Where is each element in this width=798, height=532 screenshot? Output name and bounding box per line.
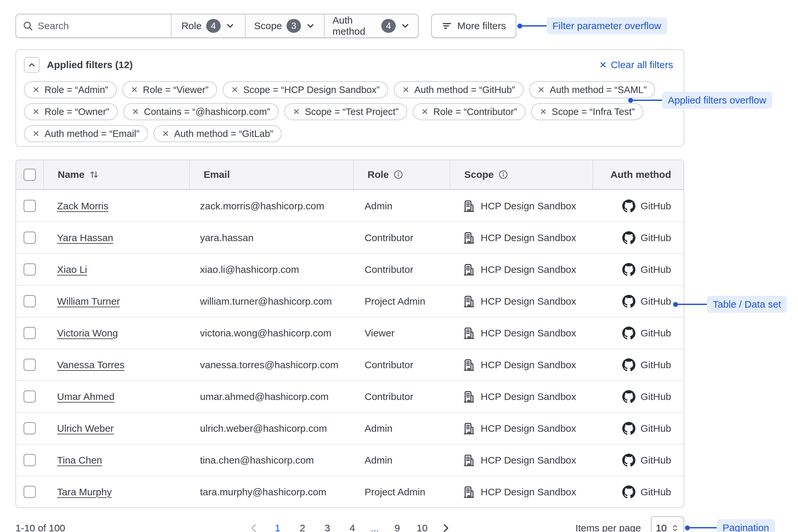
github-icon <box>622 390 635 403</box>
user-auth-method: GitHub <box>641 423 671 434</box>
row-checkbox[interactable] <box>24 454 36 466</box>
row-checkbox[interactable] <box>24 391 36 403</box>
github-icon <box>622 200 635 213</box>
user-auth-method: GitHub <box>641 359 671 370</box>
user-email: vanessa.torres@hashicorp.com <box>200 359 338 370</box>
next-page-button[interactable] <box>441 523 451 532</box>
dismiss-icon: ✕ <box>33 86 40 94</box>
filter-chip[interactable]: ✕Role = “Owner” <box>24 103 118 120</box>
filter-chip-label: Auth method = “GitLab” <box>174 128 273 139</box>
user-name-link[interactable]: William Turner <box>57 296 120 307</box>
annotation-pagination: Pagination <box>685 519 775 532</box>
filter-chip[interactable]: ✕Auth method = “Email” <box>24 125 148 142</box>
filter-chip[interactable]: ✕Role = “Viewer” <box>122 81 217 98</box>
page-button[interactable]: 1 <box>271 522 284 532</box>
items-per-page-group: Items per page 10 <box>575 516 684 532</box>
user-name-link[interactable]: Zack Morris <box>57 201 109 212</box>
user-email: zack.morris@hashicorp.com <box>200 201 324 212</box>
filter-chip[interactable]: ✕Role = “Admin” <box>24 81 117 98</box>
clear-all-filters-button[interactable]: ✕ Clear all filters <box>599 59 673 71</box>
scope-filter-dropdown[interactable]: Scope 3 <box>245 14 324 37</box>
org-building-icon <box>462 295 475 308</box>
row-checkbox[interactable] <box>24 327 36 339</box>
chevron-up-icon <box>27 60 36 70</box>
user-role: Contributor <box>365 232 413 243</box>
user-name-link[interactable]: Yara Hassan <box>57 232 113 243</box>
filter-chip[interactable]: ✕Auth method = “GitLab” <box>153 125 282 142</box>
github-icon <box>622 422 635 435</box>
annotation-line <box>633 100 662 101</box>
row-checkbox[interactable] <box>24 486 36 498</box>
user-email: yara.hassan <box>200 232 253 243</box>
role-filter-label: Role <box>181 20 202 32</box>
collapse-applied-filters-button[interactable] <box>24 57 40 73</box>
row-checkbox[interactable] <box>24 359 36 371</box>
dismiss-icon: ✕ <box>402 86 410 94</box>
column-header-label: Auth method <box>611 169 671 180</box>
column-header-label: Scope <box>464 169 494 180</box>
row-checkbox[interactable] <box>24 232 36 244</box>
more-filters-button[interactable]: More filters <box>431 14 516 38</box>
applied-filters-panel: Applied filters (12) ✕ Clear all filters… <box>15 49 684 147</box>
items-per-page-select[interactable]: 10 <box>651 516 684 532</box>
user-name-link[interactable]: Vanessa Torres <box>57 359 125 370</box>
more-filters-label: More filters <box>457 20 506 32</box>
column-header-label: Name <box>58 169 85 180</box>
page-button[interactable]: 9 <box>391 522 404 532</box>
row-checkbox[interactable] <box>24 200 36 212</box>
github-icon <box>622 454 635 467</box>
filter-chip-label: Auth method = “Email” <box>44 128 139 139</box>
filter-chip[interactable]: ✕Role = “Contributor” <box>413 103 526 120</box>
info-icon[interactable] <box>498 170 508 179</box>
column-header-name[interactable]: Name <box>43 160 189 189</box>
user-name-link[interactable]: Umar Ahmed <box>57 391 114 402</box>
annotation-table: Table / Data set <box>673 296 787 313</box>
page-button[interactable]: 2 <box>296 522 309 532</box>
annotation-dot <box>685 526 690 530</box>
auth-method-filter-dropdown[interactable]: Auth method 4 <box>324 14 418 37</box>
auth-method-filter-label: Auth method <box>332 15 377 37</box>
dismiss-icon: ✕ <box>540 108 547 116</box>
page-button[interactable]: 10 <box>416 522 429 532</box>
page-button[interactable]: 4 <box>346 522 359 532</box>
user-name-link[interactable]: Tina Chen <box>57 455 102 466</box>
row-checkbox[interactable] <box>24 295 36 307</box>
user-role: Admin <box>365 201 393 212</box>
user-scope: HCP Design Sandbox <box>480 359 576 370</box>
filter-bar: Role 4 Scope 3 Auth method 4 <box>15 14 419 38</box>
column-header-auth-method: Auth method <box>593 160 684 189</box>
user-role: Project Admin <box>365 487 425 498</box>
user-name-link[interactable]: Tara Murphy <box>57 487 112 498</box>
user-name-link[interactable]: Victoria Wong <box>57 328 118 339</box>
previous-page-button[interactable] <box>249 523 259 532</box>
page-button[interactable]: 3 <box>321 522 334 532</box>
annotation-label: Pagination <box>717 519 775 532</box>
user-role: Admin <box>365 423 393 434</box>
dismiss-icon: ✕ <box>131 86 138 94</box>
scope-filter-label: Scope <box>254 20 282 32</box>
filter-chip[interactable]: ✕Scope = “HCP Design Sandbox” <box>223 81 388 98</box>
row-checkbox[interactable] <box>24 422 36 434</box>
chevron-down-icon <box>306 21 315 31</box>
user-auth-method: GitHub <box>641 201 671 212</box>
filter-chip[interactable]: ✕Contains = “@hashicorp.com” <box>123 103 279 120</box>
filter-chip-label: Scope = “Test Project” <box>305 107 399 117</box>
pagination-bar: 1-10 of 100 1 2 3 4 ... 9 10 Items per p… <box>15 516 684 532</box>
search-input[interactable] <box>38 20 164 32</box>
filter-chip[interactable]: ✕Auth method = “GitHub” <box>394 81 524 98</box>
items-per-page-label: Items per page <box>575 522 641 532</box>
user-name-link[interactable]: Xiao Li <box>57 264 87 275</box>
annotation-dot <box>673 302 678 307</box>
user-scope: HCP Design Sandbox <box>480 423 576 434</box>
select-all-checkbox[interactable] <box>24 169 36 181</box>
info-icon[interactable] <box>394 170 403 179</box>
sort-icon[interactable] <box>89 170 99 179</box>
row-checkbox[interactable] <box>24 263 36 276</box>
filter-chip[interactable]: ✕Scope = “Test Project” <box>284 103 407 120</box>
dismiss-icon: ✕ <box>33 129 40 138</box>
chevron-down-icon <box>400 21 410 31</box>
user-name-link[interactable]: Ulrich Weber <box>57 423 114 434</box>
role-filter-dropdown[interactable]: Role 4 <box>171 14 245 37</box>
user-role: Admin <box>365 455 393 466</box>
filter-chip[interactable]: ✕Scope = “Infra Test” <box>531 103 643 120</box>
